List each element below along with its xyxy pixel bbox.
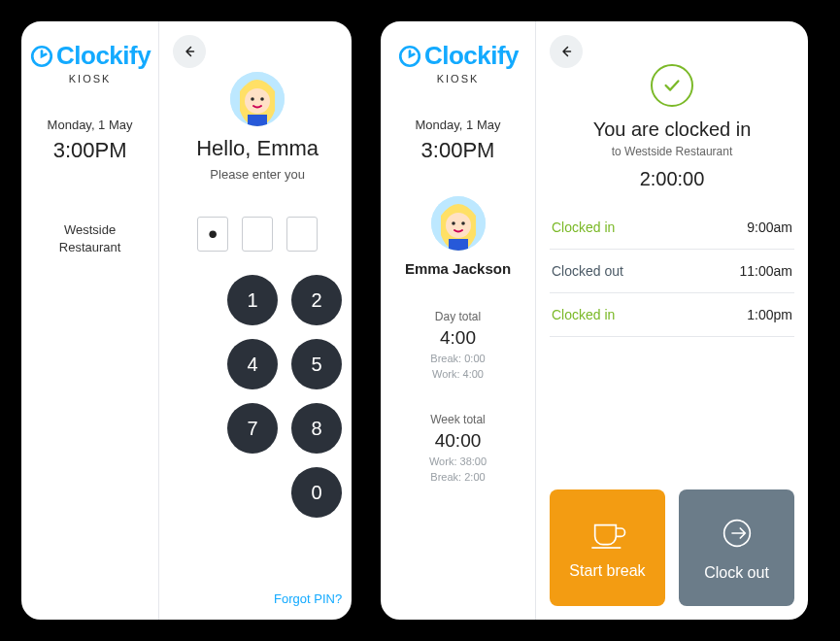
keypad-0[interactable]: 0 (291, 467, 342, 518)
avatar (431, 196, 486, 251)
week-work-value: Work: 38:00 (429, 455, 487, 467)
pin-digit-2 (242, 217, 273, 252)
clock-icon (29, 44, 54, 69)
pin-input[interactable]: • (197, 217, 318, 252)
log-label: Clocked out (552, 263, 623, 279)
log-time: 11:00am (740, 263, 792, 279)
brand-sublabel: KIOSK (437, 73, 480, 84)
success-check-icon (651, 64, 693, 107)
log-row: Clocked in 9:00am (550, 206, 794, 250)
pin-digit-1: • (197, 217, 228, 252)
brand-name: Clockify (56, 41, 151, 71)
svg-rect-11 (449, 239, 468, 251)
svg-point-2 (245, 88, 270, 114)
current-date: Monday, 1 May (416, 118, 501, 132)
current-date: Monday, 1 May (48, 118, 133, 132)
pin-prompt: Please enter you (210, 167, 305, 182)
status-subtitle: to Westside Restaurant (612, 145, 733, 158)
back-button[interactable] (550, 35, 583, 68)
start-break-button[interactable]: Start break (550, 489, 665, 606)
week-break-value: Break: 2:00 (430, 471, 485, 483)
arrow-left-icon (181, 43, 198, 60)
keypad-4[interactable]: 4 (227, 339, 278, 389)
keypad-1[interactable]: 1 (227, 275, 278, 325)
user-name: Emma Jackson (405, 260, 511, 277)
log-row: Clocked in 1:00pm (550, 293, 794, 337)
numeric-keypad: 1 2 4 5 7 8 0 (173, 275, 342, 518)
current-time: 3:00PM (421, 138, 495, 163)
session-duration: 2:00:00 (640, 168, 705, 190)
svg-point-8 (446, 213, 471, 238)
log-row: Clocked out 11:00am (550, 250, 794, 293)
svg-rect-5 (248, 115, 267, 126)
day-total-label: Day total (435, 310, 481, 323)
kiosk-status-screen: Clockify KIOSK Monday, 1 May 3:00PM Emma… (371, 12, 818, 629)
brand-sublabel: KIOSK (69, 73, 112, 84)
day-total-value: 4:00 (440, 327, 476, 349)
log-time: 9:00am (747, 219, 792, 235)
status-header: You are clocked in to Westside Restauran… (550, 64, 794, 190)
status-title: You are clocked in (593, 118, 752, 141)
day-work-value: Work: 4:00 (432, 368, 484, 380)
action-buttons: Start break Clock out (550, 489, 794, 606)
svg-point-3 (251, 97, 254, 101)
log-label: Clocked in (552, 219, 615, 235)
brand-logo: Clockify (397, 41, 519, 71)
clock-icon (397, 44, 422, 69)
current-time: 3:00PM (53, 138, 127, 163)
kiosk-location: Westside Restaurant (59, 221, 121, 256)
day-break-value: Break: 0:00 (430, 353, 485, 364)
kiosk-pin-screen: Clockify KIOSK Monday, 1 May 3:00PM West… (12, 12, 361, 629)
keypad-8[interactable]: 8 (291, 403, 342, 454)
clock-out-label: Clock out (704, 564, 769, 582)
svg-point-10 (461, 221, 465, 225)
forgot-pin-link[interactable]: Forgot PIN? (274, 591, 342, 606)
pin-digit-3 (286, 217, 318, 252)
log-label: Clocked in (552, 307, 615, 322)
sidebar: Clockify KIOSK Monday, 1 May 3:00PM West… (21, 21, 159, 620)
activity-log: Clocked in 9:00am Clocked out 11:00am Cl… (550, 206, 794, 337)
week-total-value: 40:00 (435, 430, 482, 452)
week-total-label: Week total (430, 413, 485, 426)
keypad-7[interactable]: 7 (227, 403, 278, 454)
start-break-label: Start break (569, 562, 645, 580)
cup-icon (588, 516, 627, 551)
arrow-left-icon (557, 43, 575, 60)
svg-point-4 (260, 97, 264, 101)
clock-out-button[interactable]: Clock out (679, 489, 794, 606)
avatar (230, 72, 285, 126)
brand-logo: Clockify (29, 41, 151, 71)
keypad-2[interactable]: 2 (291, 275, 342, 325)
back-button[interactable] (173, 35, 206, 68)
keypad-5[interactable]: 5 (291, 339, 342, 389)
pin-entry-panel: Hello, Emma Please enter you • 1 2 4 5 7… (159, 21, 355, 620)
brand-name: Clockify (424, 41, 519, 71)
greeting-text: Hello, Emma (196, 136, 319, 161)
sidebar: Clockify KIOSK Monday, 1 May 3:00PM Emma… (381, 21, 536, 620)
exit-icon (718, 514, 756, 553)
log-time: 1:00pm (747, 307, 792, 322)
status-panel: You are clocked in to Westside Restauran… (536, 21, 808, 620)
svg-point-9 (452, 221, 455, 225)
